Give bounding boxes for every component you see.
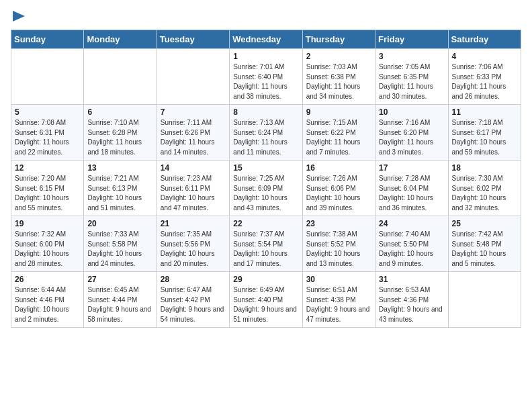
day-number: 15 [233,163,298,173]
calendar-week-row: 12Sunrise: 7:20 AM Sunset: 6:15 PM Dayli… [11,161,521,216]
calendar-cell: 1Sunrise: 7:01 AM Sunset: 6:40 PM Daylig… [230,49,302,105]
calendar-cell: 9Sunrise: 7:15 AM Sunset: 6:22 PM Daylig… [302,105,375,161]
calendar-cell [448,272,521,328]
day-info: Sunrise: 6:45 AM Sunset: 4:44 PM Dayligh… [87,285,152,324]
day-info: Sunrise: 6:53 AM Sunset: 4:36 PM Dayligh… [379,285,444,324]
day-info: Sunrise: 7:23 AM Sunset: 6:11 PM Dayligh… [161,174,226,213]
day-info: Sunrise: 7:28 AM Sunset: 6:04 PM Dayligh… [379,174,444,213]
day-number: 23 [306,219,371,228]
calendar-cell: 18Sunrise: 7:30 AM Sunset: 6:02 PM Dayli… [448,161,521,216]
day-number: 17 [379,163,444,173]
day-info: Sunrise: 7:21 AM Sunset: 6:13 PM Dayligh… [87,174,152,213]
day-info: Sunrise: 6:51 AM Sunset: 4:38 PM Dayligh… [306,285,371,324]
day-info: Sunrise: 7:42 AM Sunset: 5:48 PM Dayligh… [452,230,517,269]
svg-marker-0 [13,11,25,21]
calendar-cell: 3Sunrise: 7:05 AM Sunset: 6:35 PM Daylig… [375,49,448,105]
calendar-week-row: 1Sunrise: 7:01 AM Sunset: 6:40 PM Daylig… [11,49,521,105]
calendar-cell: 7Sunrise: 7:11 AM Sunset: 6:26 PM Daylig… [157,105,229,161]
calendar-cell: 13Sunrise: 7:21 AM Sunset: 6:13 PM Dayli… [84,161,157,216]
day-info: Sunrise: 7:10 AM Sunset: 6:28 PM Dayligh… [87,118,152,157]
day-number: 4 [452,52,517,61]
day-info: Sunrise: 7:06 AM Sunset: 6:33 PM Dayligh… [452,62,517,101]
day-number: 7 [161,107,226,117]
calendar-cell: 17Sunrise: 7:28 AM Sunset: 6:04 PM Dayli… [375,161,448,216]
calendar-table: SundayMondayTuesdayWednesdayThursdayFrid… [11,30,521,328]
day-info: Sunrise: 7:35 AM Sunset: 5:56 PM Dayligh… [161,230,226,269]
logo [11,11,25,24]
day-info: Sunrise: 7:26 AM Sunset: 6:06 PM Dayligh… [306,174,371,213]
calendar-cell: 24Sunrise: 7:40 AM Sunset: 5:50 PM Dayli… [375,216,448,272]
calendar-cell: 25Sunrise: 7:42 AM Sunset: 5:48 PM Dayli… [448,216,521,272]
calendar-cell: 16Sunrise: 7:26 AM Sunset: 6:06 PM Dayli… [302,161,375,216]
calendar-week-row: 26Sunrise: 6:44 AM Sunset: 4:46 PM Dayli… [11,272,521,328]
calendar-week-row: 5Sunrise: 7:08 AM Sunset: 6:31 PM Daylig… [11,105,521,161]
day-number: 27 [87,275,152,284]
calendar-cell: 21Sunrise: 7:35 AM Sunset: 5:56 PM Dayli… [157,216,229,272]
day-number: 1 [233,52,298,61]
day-info: Sunrise: 7:33 AM Sunset: 5:58 PM Dayligh… [87,230,152,269]
calendar-cell [11,49,84,105]
calendar-cell: 6Sunrise: 7:10 AM Sunset: 6:28 PM Daylig… [84,105,157,161]
calendar-cell [157,49,229,105]
calendar-cell: 20Sunrise: 7:33 AM Sunset: 5:58 PM Dayli… [84,216,157,272]
day-number: 30 [306,275,371,284]
day-number: 16 [306,163,371,173]
calendar-cell: 15Sunrise: 7:25 AM Sunset: 6:09 PM Dayli… [230,161,302,216]
day-number: 28 [161,275,226,284]
calendar-cell: 8Sunrise: 7:13 AM Sunset: 6:24 PM Daylig… [230,105,302,161]
page-header [11,11,521,24]
calendar-cell: 12Sunrise: 7:20 AM Sunset: 6:15 PM Dayli… [11,161,84,216]
day-info: Sunrise: 7:15 AM Sunset: 6:22 PM Dayligh… [306,118,371,157]
day-number: 10 [379,107,444,117]
weekday-header-wednesday: Wednesday [230,30,302,49]
weekday-header-monday: Monday [84,30,157,49]
calendar-cell: 5Sunrise: 7:08 AM Sunset: 6:31 PM Daylig… [11,105,84,161]
day-number: 25 [452,219,517,228]
day-number: 3 [379,52,444,61]
calendar-header-row: SundayMondayTuesdayWednesdayThursdayFrid… [11,30,521,49]
day-info: Sunrise: 7:20 AM Sunset: 6:15 PM Dayligh… [15,174,80,213]
day-number: 21 [161,219,226,228]
day-info: Sunrise: 7:38 AM Sunset: 5:52 PM Dayligh… [306,230,371,269]
calendar-week-row: 19Sunrise: 7:32 AM Sunset: 6:00 PM Dayli… [11,216,521,272]
weekday-header-saturday: Saturday [448,30,521,49]
calendar-cell: 26Sunrise: 6:44 AM Sunset: 4:46 PM Dayli… [11,272,84,328]
weekday-header-thursday: Thursday [302,30,375,49]
calendar-cell: 19Sunrise: 7:32 AM Sunset: 6:00 PM Dayli… [11,216,84,272]
logo-arrow-icon [13,11,25,24]
calendar-cell: 23Sunrise: 7:38 AM Sunset: 5:52 PM Dayli… [302,216,375,272]
day-info: Sunrise: 7:05 AM Sunset: 6:35 PM Dayligh… [379,62,444,101]
day-number: 12 [15,163,80,173]
day-number: 13 [87,163,152,173]
day-info: Sunrise: 7:16 AM Sunset: 6:20 PM Dayligh… [379,118,444,157]
day-number: 6 [87,107,152,117]
calendar-cell: 28Sunrise: 6:47 AM Sunset: 4:42 PM Dayli… [157,272,229,328]
day-number: 24 [379,219,444,228]
day-number: 5 [15,107,80,117]
day-number: 26 [15,275,80,284]
day-info: Sunrise: 6:47 AM Sunset: 4:42 PM Dayligh… [161,285,226,324]
calendar-cell: 30Sunrise: 6:51 AM Sunset: 4:38 PM Dayli… [302,272,375,328]
day-number: 14 [161,163,226,173]
calendar-cell [84,49,157,105]
calendar-cell: 22Sunrise: 7:37 AM Sunset: 5:54 PM Dayli… [230,216,302,272]
day-info: Sunrise: 7:11 AM Sunset: 6:26 PM Dayligh… [161,118,226,157]
calendar-cell: 27Sunrise: 6:45 AM Sunset: 4:44 PM Dayli… [84,272,157,328]
day-number: 8 [233,107,298,117]
day-number: 20 [87,219,152,228]
day-info: Sunrise: 7:30 AM Sunset: 6:02 PM Dayligh… [452,174,517,213]
weekday-header-friday: Friday [375,30,448,49]
day-number: 9 [306,107,371,117]
calendar-cell: 4Sunrise: 7:06 AM Sunset: 6:33 PM Daylig… [448,49,521,105]
day-info: Sunrise: 7:32 AM Sunset: 6:00 PM Dayligh… [15,230,80,269]
weekday-header-sunday: Sunday [11,30,84,49]
day-info: Sunrise: 7:08 AM Sunset: 6:31 PM Dayligh… [15,118,80,157]
day-number: 19 [15,219,80,228]
day-info: Sunrise: 7:13 AM Sunset: 6:24 PM Dayligh… [233,118,298,157]
weekday-header-tuesday: Tuesday [157,30,229,49]
calendar-cell: 2Sunrise: 7:03 AM Sunset: 6:38 PM Daylig… [302,49,375,105]
calendar-cell: 11Sunrise: 7:18 AM Sunset: 6:17 PM Dayli… [448,105,521,161]
day-info: Sunrise: 7:40 AM Sunset: 5:50 PM Dayligh… [379,230,444,269]
day-number: 18 [452,163,517,173]
day-number: 11 [452,107,517,117]
